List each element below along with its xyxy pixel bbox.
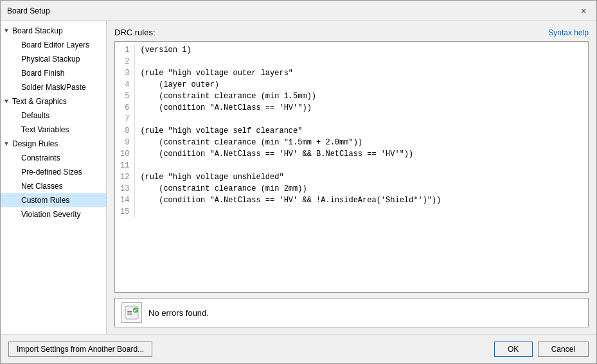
code-line: (condition "A.NetClass == 'HV'")) [140,102,583,114]
code-line: (rule "high voltage self clearance" [140,125,583,137]
sidebar-item-label: Design Rules [12,138,58,150]
import-settings-button[interactable]: Import Settings from Another Board... [8,342,152,357]
tree-arrow-icon: ▼ [3,25,12,37]
code-line: (layer outer) [140,79,583,91]
code-editor[interactable]: 123456789101112131415 (version 1) (rule … [114,41,589,293]
sidebar-item-text-graphics[interactable]: ▼Text & Graphics [1,94,106,108]
drc-label: DRC rules: [114,28,156,37]
line-number: 7 [120,114,129,125]
line-number: 10 [120,148,129,160]
line-number: 11 [120,160,129,171]
drc-header: DRC rules: Syntax help [114,28,589,37]
board-setup-dialog: Board Setup × ▼Board StackupBoard Editor… [0,0,597,364]
sidebar-item-net-classes[interactable]: Net Classes [1,179,106,193]
sidebar-item-label: Defaults [21,110,49,121]
sidebar-item-label: Board Stackup [12,25,63,37]
cancel-button[interactable]: Cancel [538,342,589,357]
code-line: (constraint clearance (min 2mm)) [140,183,583,195]
ok-button[interactable]: OK [494,342,533,357]
bottom-bar: Import Settings from Another Board... OK… [1,334,596,363]
left-panel: ▼Board StackupBoard Editor LayersPhysica… [1,21,107,334]
sidebar-item-label: Physical Stackup [21,53,80,65]
sidebar-item-label: Text & Graphics [12,96,67,107]
line-number: 13 [120,183,129,195]
code-line [140,160,583,171]
sidebar-item-label: Net Classes [21,180,63,192]
code-line: (rule "high voltage unshielded" [140,171,583,183]
window-title: Board Setup [7,6,50,15]
line-number: 1 [120,44,129,56]
status-icon: ≡ [121,302,142,323]
code-line [140,56,583,67]
sidebar-item-board-finish[interactable]: Board Finish [1,66,106,80]
line-number: 2 [120,56,129,67]
line-number: 5 [120,91,129,102]
code-line [140,206,583,218]
code-line [140,114,583,125]
sidebar-item-pre-defined-sizes[interactable]: Pre-defined Sizes [1,165,106,179]
code-line: (version 1) [140,44,583,56]
line-number: 15 [120,206,129,218]
line-numbers: 123456789101112131415 [115,44,135,218]
line-number: 8 [120,125,129,137]
right-panel: DRC rules: Syntax help 12345678910111213… [107,21,596,334]
code-lines[interactable]: (version 1) (rule "high voltage outer la… [135,44,588,218]
close-button[interactable]: × [577,4,590,17]
sidebar-item-custom-rules[interactable]: Custom Rules [1,193,106,207]
sidebar-item-label: Pre-defined Sizes [21,166,82,178]
dialog-body: ▼Board StackupBoard Editor LayersPhysica… [1,21,596,334]
line-number: 4 [120,79,129,91]
code-line: (constraint clearance (min 1.5mm)) [140,91,583,102]
sidebar-item-label: Board Editor Layers [21,39,89,51]
svg-text:≡: ≡ [127,308,132,318]
sidebar-item-defaults[interactable]: Defaults [1,108,106,123]
tree-arrow-icon: ▼ [3,138,12,150]
line-number: 12 [120,171,129,183]
sidebar-item-label: Constraints [21,152,60,164]
syntax-help-link[interactable]: Syntax help [548,28,589,37]
code-line: (condition "A.NetClass == 'HV' && !A.ins… [140,195,583,206]
line-number: 14 [120,195,129,206]
line-number: 3 [120,67,129,79]
code-line: (rule "high voltage outer layers" [140,67,583,79]
sidebar-item-violation-severity[interactable]: Violation Severity [1,207,106,221]
sidebar-item-label: Solder Mask/Paste [21,82,86,93]
tree-arrow-icon: ▼ [3,96,12,107]
sidebar-item-text-variables[interactable]: Text Variables [1,123,106,137]
line-number: 6 [120,102,129,114]
code-line: (constraint clearance (min "1.5mm + 2.0m… [140,137,583,148]
sidebar-item-board-stackup[interactable]: ▼Board Stackup [1,24,106,38]
sidebar-item-label: Custom Rules [21,195,69,206]
sidebar-item-label: Violation Severity [21,209,81,220]
sidebar-item-design-rules[interactable]: ▼Design Rules [1,137,106,151]
sidebar-item-board-editor-layers[interactable]: Board Editor Layers [1,38,106,52]
sidebar-item-solder-mask-paste[interactable]: Solder Mask/Paste [1,80,106,94]
status-text: No errors found. [148,308,209,318]
sidebar-item-label: Text Variables [21,124,69,135]
status-bar: ≡ No errors found. [114,298,589,327]
code-content: 123456789101112131415 (version 1) (rule … [115,42,588,220]
dialog-buttons: OK Cancel [494,342,589,357]
title-bar: Board Setup × [1,1,596,21]
line-number: 9 [120,137,129,148]
sidebar-item-constraints[interactable]: Constraints [1,151,106,165]
sidebar-item-label: Board Finish [21,67,64,79]
code-line: (condition "A.NetClass == 'HV' && B.NetC… [140,148,583,160]
sidebar-item-physical-stackup[interactable]: Physical Stackup [1,52,106,66]
